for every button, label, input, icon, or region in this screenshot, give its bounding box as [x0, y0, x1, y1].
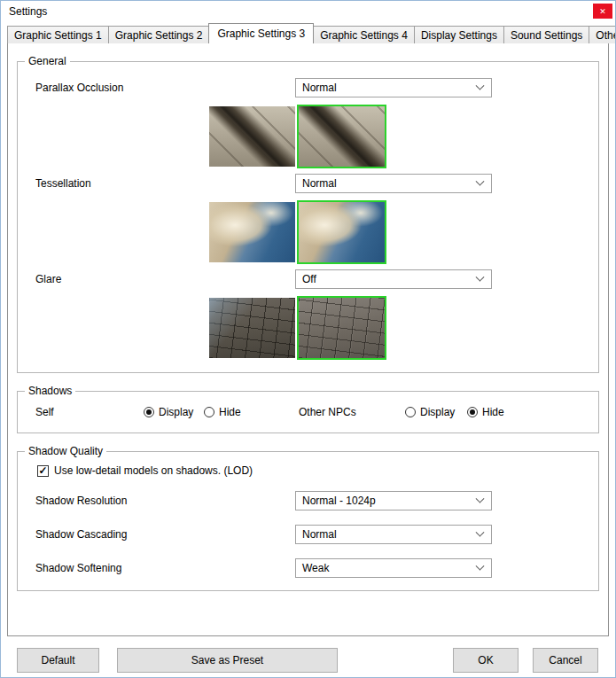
shadow-softening-label: Shadow Softening	[35, 562, 295, 574]
tab-graphic-settings-1[interactable]: Graphic Settings 1	[7, 26, 109, 43]
radio-label: Display	[159, 406, 193, 418]
parallax-occlusion-row: Parallax Occlusion Normal	[35, 78, 598, 97]
shadow-resolution-value: Normal - 1024p	[302, 495, 376, 507]
shadow-cascading-dropdown[interactable]: Normal	[295, 525, 492, 544]
ok-button[interactable]: OK	[453, 648, 519, 673]
chevron-down-icon	[476, 561, 485, 570]
tessellation-label: Tessellation	[35, 177, 295, 190]
tab-page-graphic-settings-3: General Parallax Occlusion Normal Tessel…	[7, 43, 609, 636]
tab-graphic-settings-3[interactable]: Graphic Settings 3	[208, 23, 314, 43]
glare-off-thumbnail-selected[interactable]	[297, 296, 386, 360]
npc-display-option[interactable]: Display	[405, 406, 467, 418]
chevron-down-icon	[476, 527, 485, 536]
self-display-option[interactable]: Display	[144, 406, 204, 418]
tessellation-value: Normal	[302, 177, 337, 190]
tab-graphic-settings-4[interactable]: Graphic Settings 4	[313, 26, 415, 43]
chevron-down-icon	[476, 176, 485, 185]
glare-previews	[209, 296, 598, 360]
radio-icon	[204, 407, 214, 417]
radio-icon	[467, 407, 478, 417]
radio-label: Hide	[482, 406, 504, 418]
shadow-resolution-dropdown[interactable]: Normal - 1024p	[295, 491, 492, 510]
shadow-cascading-label: Shadow Cascading	[35, 528, 295, 541]
tab-other[interactable]: Other	[589, 26, 616, 43]
shadows-legend: Shadows	[25, 385, 75, 397]
parallax-on-thumbnail-selected[interactable]	[297, 105, 386, 168]
lod-checkbox-label[interactable]: Use low-detail models on shadows. (LOD)	[54, 464, 253, 477]
glare-label: Glare	[35, 273, 295, 285]
radio-label: Hide	[219, 406, 241, 418]
parallax-off-thumbnail[interactable]	[209, 106, 295, 167]
chevron-down-icon	[476, 494, 485, 503]
tessellation-row: Tessellation Normal	[35, 174, 598, 193]
radio-icon	[144, 407, 154, 417]
parallax-occlusion-label: Parallax Occlusion	[35, 82, 295, 94]
other-npcs-label: Other NPCs	[299, 406, 405, 418]
tab-sound-settings[interactable]: Sound Settings	[503, 26, 589, 43]
window-title: Settings	[9, 5, 47, 18]
tab-display-settings[interactable]: Display Settings	[414, 26, 504, 43]
shadows-options-row: Self Display Hide Other NPCs Display Hid…	[35, 397, 598, 420]
footer-button-bar: Default Save as Preset OK Cancel	[7, 648, 609, 673]
self-hide-option[interactable]: Hide	[204, 406, 299, 418]
shadows-group: Shadows Self Display Hide Other NPCs Dis…	[17, 385, 599, 433]
save-as-preset-button[interactable]: Save as Preset	[117, 648, 338, 673]
close-button[interactable]: ✕	[593, 4, 612, 19]
chevron-down-icon	[476, 81, 485, 90]
shadow-quality-group: Shadow Quality ✓ Use low-detail models o…	[17, 445, 599, 591]
npc-hide-option[interactable]: Hide	[467, 406, 504, 418]
shadow-cascading-value: Normal	[302, 528, 337, 541]
tessellation-off-thumbnail[interactable]	[209, 202, 295, 262]
tessellation-on-thumbnail-selected[interactable]	[297, 200, 386, 264]
glare-row: Glare Off	[35, 269, 598, 289]
shadow-resolution-row: Shadow Resolution Normal - 1024p	[35, 491, 598, 510]
default-button[interactable]: Default	[17, 648, 99, 673]
lod-checkbox[interactable]: ✓	[37, 465, 49, 477]
shadow-softening-value: Weak	[302, 562, 329, 574]
glare-dropdown[interactable]: Off	[295, 269, 492, 289]
tab-graphic-settings-2[interactable]: Graphic Settings 2	[108, 26, 210, 43]
general-group: General Parallax Occlusion Normal Tessel…	[17, 55, 599, 373]
parallax-occlusion-value: Normal	[302, 82, 337, 94]
shadow-softening-row: Shadow Softening Weak	[35, 558, 598, 578]
tessellation-previews	[209, 200, 598, 264]
glare-value: Off	[302, 273, 316, 285]
general-legend: General	[25, 55, 70, 67]
shadow-quality-legend: Shadow Quality	[25, 445, 106, 457]
tessellation-dropdown[interactable]: Normal	[295, 174, 492, 193]
cancel-button[interactable]: Cancel	[533, 648, 598, 673]
shadow-softening-dropdown[interactable]: Weak	[295, 558, 492, 578]
glare-on-thumbnail[interactable]	[209, 298, 295, 358]
tab-strip: Graphic Settings 1 Graphic Settings 2 Gr…	[1, 22, 615, 43]
check-icon: ✓	[38, 465, 47, 476]
parallax-occlusion-dropdown[interactable]: Normal	[295, 78, 492, 97]
chevron-down-icon	[476, 272, 485, 281]
radio-icon	[405, 407, 416, 417]
shadow-cascading-row: Shadow Cascading Normal	[35, 525, 598, 544]
parallax-occlusion-previews	[209, 105, 598, 168]
shadow-resolution-label: Shadow Resolution	[35, 495, 295, 507]
lod-checkbox-row: ✓ Use low-detail models on shadows. (LOD…	[37, 464, 598, 477]
self-label: Self	[35, 406, 144, 418]
radio-label: Display	[420, 406, 455, 418]
title-bar: Settings ✕	[1, 1, 615, 22]
